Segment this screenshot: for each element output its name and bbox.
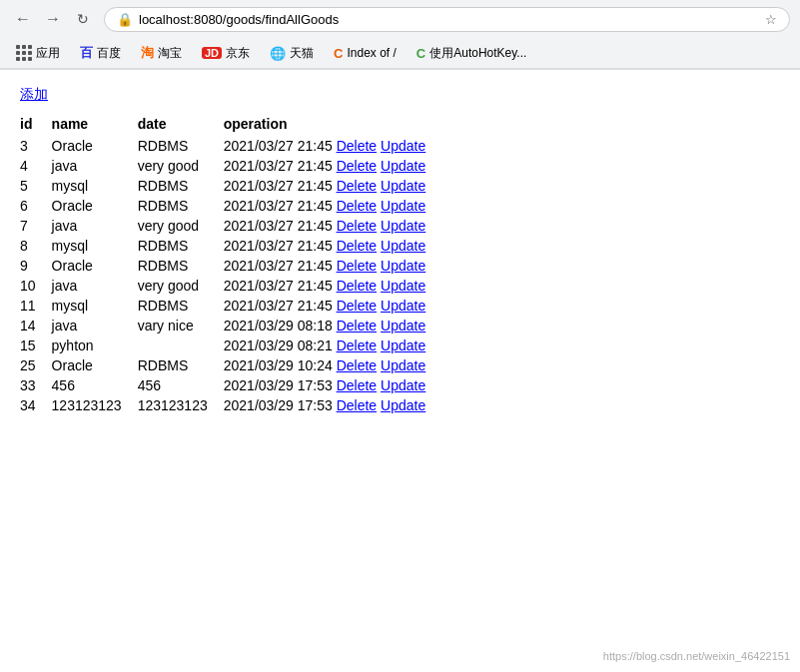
col-id: id (20, 114, 52, 136)
bookmark-index[interactable]: C Index of / (328, 44, 402, 63)
cell-operation: 2021/03/27 21:45 DeleteUpdate (224, 136, 442, 156)
cell-name: java (52, 156, 138, 176)
cell-operation: 2021/03/27 21:45 DeleteUpdate (224, 176, 442, 196)
table-row: 25OracleRDBMS2021/03/29 10:24 DeleteUpda… (20, 355, 441, 375)
cell-id: 10 (20, 276, 52, 296)
nav-buttons: ← → ↻ (10, 6, 96, 32)
cell-operation: 2021/03/29 10:24 DeleteUpdate (224, 355, 442, 375)
cell-id: 6 (20, 196, 52, 216)
bookmarks-bar: 应用 百 百度 淘 淘宝 JD 京东 🌐 天猫 C Index of / C 使… (0, 38, 800, 69)
cell-name: Oracle (52, 136, 138, 156)
cell-name: Oracle (52, 355, 138, 375)
delete-link[interactable]: Delete (337, 198, 377, 214)
browser-toolbar: ← → ↻ 🔒 localhost:8080/goods/findAllGood… (0, 0, 800, 38)
update-link[interactable]: Update (381, 158, 425, 174)
table-row: 9OracleRDBMS2021/03/27 21:45 DeleteUpdat… (20, 256, 441, 276)
bookmark-apps[interactable]: 应用 (10, 43, 66, 64)
cell-id: 15 (20, 336, 52, 355)
update-link[interactable]: Update (381, 258, 425, 274)
cell-date: RDBMS (138, 256, 224, 276)
delete-link[interactable]: Delete (337, 397, 377, 413)
delete-link[interactable]: Delete (337, 138, 377, 154)
table-row: 11mysqlRDBMS2021/03/27 21:45 DeleteUpdat… (20, 296, 441, 316)
update-link[interactable]: Update (381, 298, 425, 314)
bookmark-jd[interactable]: JD 京东 (196, 43, 256, 64)
cell-datetime: 2021/03/27 21:45 (224, 178, 337, 194)
cell-datetime: 2021/03/29 17:53 (224, 377, 337, 393)
bookmark-apps-label: 应用 (36, 45, 60, 62)
delete-link[interactable]: Delete (337, 278, 377, 294)
update-link[interactable]: Update (381, 397, 425, 413)
update-link[interactable]: Update (381, 178, 425, 194)
cell-name: Oracle (52, 256, 138, 276)
col-name: name (52, 114, 138, 136)
cell-date: very good (138, 216, 224, 236)
bookmark-baidu[interactable]: 百 百度 (74, 42, 127, 64)
table-header-row: id name date operation (20, 114, 441, 136)
url-text: localhost:8080/goods/findAllGoods (139, 12, 759, 27)
update-link[interactable]: Update (381, 337, 425, 353)
cell-operation: 2021/03/29 08:18 DeleteUpdate (224, 316, 442, 336)
delete-link[interactable]: Delete (337, 298, 377, 314)
delete-link[interactable]: Delete (337, 258, 377, 274)
update-link[interactable]: Update (381, 357, 425, 373)
cell-date: very good (138, 276, 224, 296)
update-link[interactable]: Update (381, 278, 425, 294)
browser-chrome: ← → ↻ 🔒 localhost:8080/goods/findAllGood… (0, 0, 800, 70)
cell-datetime: 2021/03/27 21:45 (224, 238, 337, 254)
table-row: 15pyhton2021/03/29 08:21 DeleteUpdate (20, 336, 441, 355)
cell-datetime: 2021/03/27 21:45 (224, 158, 337, 174)
cell-name: java (52, 276, 138, 296)
cell-name: mysql (52, 236, 138, 256)
bookmark-tmall[interactable]: 🌐 天猫 (264, 43, 320, 64)
delete-link[interactable]: Delete (337, 357, 377, 373)
cell-datetime: 2021/03/27 21:45 (224, 298, 337, 314)
table-row: 341231231231231231232021/03/29 17:53 Del… (20, 395, 441, 415)
delete-link[interactable]: Delete (337, 178, 377, 194)
refresh-button[interactable]: ↻ (70, 6, 96, 32)
cell-operation: 2021/03/27 21:45 DeleteUpdate (224, 256, 442, 276)
update-link[interactable]: Update (381, 138, 425, 154)
cell-operation: 2021/03/29 08:21 DeleteUpdate (224, 336, 442, 355)
bookmark-autohotkey[interactable]: C 使用AutoHotKey... (410, 43, 533, 64)
delete-link[interactable]: Delete (337, 218, 377, 234)
cell-id: 4 (20, 156, 52, 176)
update-link[interactable]: Update (381, 377, 425, 393)
cell-datetime: 2021/03/27 21:45 (224, 258, 337, 274)
cell-id: 25 (20, 355, 52, 375)
col-operation: operation (224, 114, 442, 136)
cell-date: RDBMS (138, 296, 224, 316)
update-link[interactable]: Update (381, 218, 425, 234)
table-row: 14javavary nice2021/03/29 08:18 DeleteUp… (20, 316, 441, 336)
cell-name: java (52, 316, 138, 336)
cell-id: 7 (20, 216, 52, 236)
update-link[interactable]: Update (381, 198, 425, 214)
cell-id: 8 (20, 236, 52, 256)
table-row: 3OracleRDBMS2021/03/27 21:45 DeleteUpdat… (20, 136, 441, 156)
address-bar[interactable]: 🔒 localhost:8080/goods/findAllGoods ☆ (104, 7, 790, 32)
delete-link[interactable]: Delete (337, 377, 377, 393)
update-link[interactable]: Update (381, 238, 425, 254)
bookmark-star-icon: ☆ (765, 12, 777, 27)
jd-icon: JD (202, 47, 222, 59)
update-link[interactable]: Update (381, 318, 425, 334)
delete-link[interactable]: Delete (337, 238, 377, 254)
bookmark-taobao[interactable]: 淘 淘宝 (135, 42, 188, 64)
apps-grid-icon (16, 45, 32, 61)
cell-id: 5 (20, 176, 52, 196)
delete-link[interactable]: Delete (337, 158, 377, 174)
delete-link[interactable]: Delete (337, 318, 377, 334)
cell-name: mysql (52, 296, 138, 316)
tmall-icon: 🌐 (270, 46, 286, 61)
add-link[interactable]: 添加 (20, 86, 48, 104)
cell-name: java (52, 216, 138, 236)
forward-button[interactable]: → (40, 6, 66, 32)
cell-id: 9 (20, 256, 52, 276)
bookmark-index-label: Index of / (347, 46, 396, 60)
cell-operation: 2021/03/27 21:45 DeleteUpdate (224, 156, 442, 176)
back-button[interactable]: ← (10, 6, 36, 32)
cell-date: RDBMS (138, 136, 224, 156)
cell-id: 33 (20, 375, 52, 395)
index-icon: C (334, 46, 343, 61)
delete-link[interactable]: Delete (337, 337, 377, 353)
